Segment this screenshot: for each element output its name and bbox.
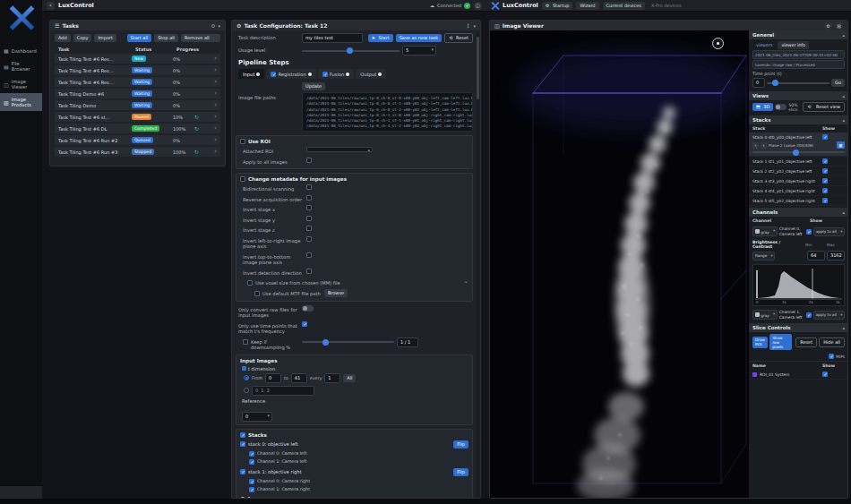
range-radio[interactable] <box>244 375 249 380</box>
time-point-input[interactable]: 0 <box>752 78 765 88</box>
tab-registration[interactable]: Registration <box>266 69 315 79</box>
browse-button[interactable]: Browse <box>324 289 348 297</box>
from-input[interactable]: 0 <box>265 373 281 383</box>
range-select[interactable]: Range <box>752 252 775 261</box>
stack-row[interactable]: Stack 2 st2_y02_Objective left <box>749 167 848 176</box>
stack1-checkbox[interactable] <box>240 469 245 474</box>
plane-histogram-button[interactable]: ▦ <box>837 141 845 149</box>
xpro-devices-label[interactable]: X-Pro devices <box>649 2 684 10</box>
startup-button[interactable]: ⚙ Startup <box>542 2 573 10</box>
meta-row-checkbox[interactable] <box>306 184 312 190</box>
chevron-down-icon[interactable]: ⌄ <box>463 278 468 285</box>
chevron-right-icon[interactable]: › <box>214 90 217 97</box>
channel1-apply-select[interactable]: apply to all <box>813 311 845 320</box>
tasks-collapse-icon[interactable]: ▾ <box>218 23 220 29</box>
mm-file-checkbox[interactable] <box>247 280 253 286</box>
save-as-new-task-button[interactable]: Save as new task <box>396 34 443 42</box>
stack1-channel1-checkbox[interactable] <box>249 487 254 492</box>
channel0-color-select[interactable]: gray <box>752 226 778 236</box>
time-point-slider[interactable] <box>767 82 830 84</box>
experiment-id-chip[interactable]: 2021-06_tiles_2021-06-17T09-30-31+02-00 <box>752 50 845 59</box>
channel0-apply-select[interactable]: apply to all <box>813 227 845 236</box>
usage-level-slider[interactable] <box>302 50 400 52</box>
chevron-right-icon[interactable]: › <box>214 102 217 108</box>
stack-show-checkbox[interactable] <box>822 188 828 193</box>
back-button[interactable]: ‹ <box>47 2 55 10</box>
wizard-button[interactable]: Wizard <box>576 2 598 10</box>
reset-button[interactable]: ⟲ Reset <box>444 33 473 43</box>
views-section-header[interactable]: Views▴ <box>749 91 848 100</box>
start-all-button[interactable]: Start all <box>127 34 152 42</box>
image-file-paths-list[interactable]: /data/2021-06_tiles/raw/uni_tp-0_ch-0_st… <box>302 92 473 132</box>
config-scrollbar[interactable] <box>477 33 479 497</box>
task-row[interactable]: Task Tiling Test #6 st… Paused 10% ↻ › <box>55 112 220 122</box>
timepoint-list-input[interactable]: 0, 1, 2 <box>252 386 314 396</box>
stacks-checkbox[interactable] <box>240 432 245 438</box>
fusion-checkbox[interactable] <box>322 72 328 77</box>
chevron-right-icon[interactable]: › <box>214 67 217 73</box>
sidebar-item-image-products[interactable]: ▥ Image Products <box>0 93 42 111</box>
chevron-right-icon[interactable]: › <box>214 125 217 132</box>
apply-all-images-checkbox[interactable] <box>306 158 312 163</box>
stack-row[interactable]: Stack 5 st5_y02_Objective right <box>749 196 848 206</box>
channel0-show-checkbox[interactable] <box>806 229 812 235</box>
import-task-button[interactable]: Import <box>94 34 116 42</box>
roi-row[interactable]: ROI_01 System <box>749 370 848 380</box>
meta-row-checkbox[interactable] <box>306 195 312 201</box>
downsample-value[interactable]: 1 / 1 <box>397 337 418 347</box>
hide-all-button[interactable]: Hide all <box>819 337 845 347</box>
roi-color-swatch[interactable] <box>752 372 757 377</box>
meta-row-checkbox[interactable] <box>306 205 312 210</box>
go-button[interactable]: Go <box>831 79 845 87</box>
task-row[interactable]: Task Tiling Test #6 Run #2 Queued 0% › <box>55 135 220 145</box>
stack-show-checkbox[interactable] <box>822 134 828 140</box>
current-devices-button[interactable]: Current devices <box>603 2 645 10</box>
task-description-input[interactable]: my tiles test <box>302 33 363 43</box>
reset-rois-button[interactable]: Reset <box>795 337 817 347</box>
task-row[interactable]: Task Tiling Demo Waiting 0% › <box>55 100 220 110</box>
show-raw-pixels-button[interactable]: Show raw pixels <box>769 334 792 350</box>
task-row[interactable]: Task Tiling Test #6 Res… Waiting 0% › <box>55 77 220 87</box>
min-input[interactable]: 64 <box>807 251 825 261</box>
attached-roi-select[interactable] <box>306 147 373 152</box>
draw-roi-button[interactable]: Draw ROI <box>752 337 768 348</box>
remove-all-button[interactable]: Remove all <box>181 34 220 42</box>
registration-checkbox[interactable] <box>271 72 276 77</box>
stack1-channel0-checkbox[interactable] <box>249 479 254 484</box>
tab-input[interactable]: Input <box>238 69 264 79</box>
view-navigation-puck[interactable] <box>712 38 724 49</box>
stack-show-checkbox[interactable] <box>822 178 828 184</box>
reference-input[interactable]: 0 <box>242 412 272 422</box>
reset-view-button[interactable]: ⟲ Reset view <box>803 102 845 112</box>
intensity-histogram[interactable]: 0 1k 2k 3k <box>752 264 845 306</box>
channels-section-header[interactable]: Channels▴ <box>749 208 848 217</box>
plane-slider[interactable] <box>752 151 845 153</box>
meta-row-checkbox[interactable] <box>306 252 312 258</box>
task-row[interactable]: Task Tiling Test #6 DL Completed 100% ↻ … <box>55 124 220 133</box>
viewer-settings-button[interactable]: ⚙ <box>824 21 832 30</box>
meta-row-checkbox[interactable] <box>306 226 312 231</box>
meta-row-checkbox[interactable] <box>306 216 312 221</box>
tab-viewers[interactable]: viewers <box>752 41 776 49</box>
every-input[interactable]: 1 <box>324 373 340 383</box>
stack-row-selected[interactable]: Stack 0 st0_y00_Objective left ‹ › Plane… <box>749 132 848 157</box>
stack1-flip-button[interactable]: Flip <box>453 468 468 476</box>
channel1-color-select[interactable]: gray <box>752 310 778 320</box>
stack-row[interactable]: Stack 1 st1_y01_Objective left <box>749 157 848 167</box>
plane-prev-button[interactable]: ‹ <box>752 142 759 149</box>
tab-fusion[interactable]: Fusion <box>318 69 355 79</box>
tasks-settings-icon[interactable]: ⚙ <box>211 23 216 29</box>
timepoints-match-checkbox[interactable] <box>302 321 307 327</box>
add-task-button[interactable]: Add <box>55 34 71 42</box>
tab-viewer-info[interactable]: viewer info <box>778 41 809 49</box>
panel-menu-icon[interactable]: ⋮ <box>465 22 470 29</box>
copy-task-button[interactable]: Copy <box>73 34 92 42</box>
mtf-path-checkbox[interactable] <box>254 291 260 296</box>
max-input[interactable]: 3162 <box>827 251 845 261</box>
slice-toggle[interactable] <box>775 104 787 110</box>
stop-all-button[interactable]: Stop all <box>154 34 178 42</box>
downsample-checkbox[interactable] <box>243 339 248 345</box>
stack0-channel1-checkbox[interactable] <box>249 459 254 465</box>
roi-show-checkbox[interactable] <box>822 372 828 377</box>
chevron-right-icon[interactable]: › <box>214 79 217 85</box>
